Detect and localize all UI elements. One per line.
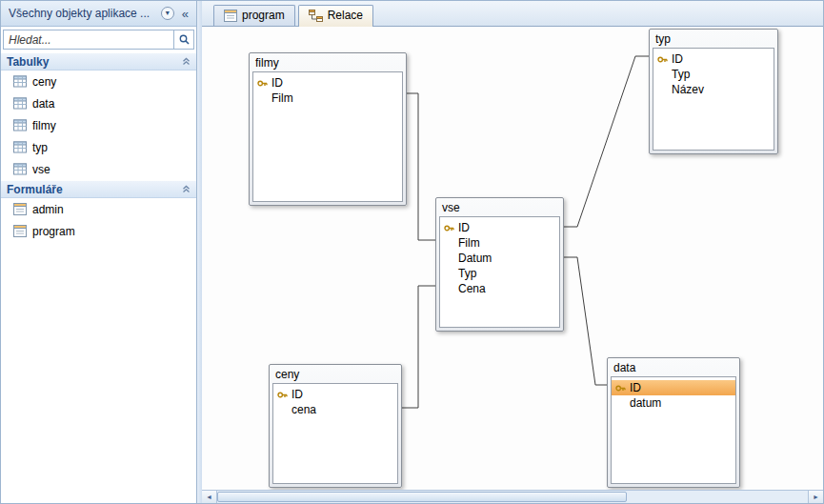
chevron-double-up-icon[interactable] <box>182 185 191 193</box>
form-icon <box>12 203 27 215</box>
nav-item-ceny[interactable]: ceny <box>1 71 196 92</box>
tab-relace[interactable]: Relace <box>298 5 373 27</box>
nav-item-label: data <box>32 97 54 111</box>
nav-item-admin[interactable]: admin <box>1 198 196 220</box>
table-icon <box>12 75 27 88</box>
key-icon <box>614 383 627 393</box>
tab-label: program <box>242 9 285 22</box>
field-row-ceny-id[interactable]: ID <box>273 387 397 402</box>
field-name: cena <box>291 403 316 416</box>
field-name: ID <box>630 381 641 394</box>
nav-item-label: program <box>32 225 75 238</box>
nav-item-label: ceny <box>32 75 56 89</box>
table-box-title[interactable]: ceny <box>270 365 401 383</box>
field-name: Datum <box>458 252 492 265</box>
table-box-title[interactable]: vse <box>436 198 563 216</box>
table-icon <box>12 141 27 153</box>
field-name: Typ <box>672 68 690 81</box>
nav-dropdown-icon[interactable]: ▾ <box>161 7 174 20</box>
table-box-fields: IDcena <box>272 383 398 484</box>
table-box-vse[interactable]: vseIDFilmDatumTypCena <box>435 197 564 332</box>
nav-search-bar <box>3 30 194 50</box>
nav-item-data[interactable]: data <box>1 92 196 114</box>
section-header-tabulky[interactable]: Tabulky <box>1 52 196 71</box>
scroll-right-icon[interactable]: ► <box>808 491 823 503</box>
document-area: programRelace filmyIDFilmtypIDTypNázevvs… <box>202 1 823 503</box>
tab-label: Relace <box>328 9 363 22</box>
nav-item-filmy[interactable]: filmy <box>1 114 196 136</box>
scroll-left-icon[interactable]: ◄ <box>202 491 217 503</box>
scrollbar-thumb[interactable] <box>217 492 627 502</box>
table-icon <box>12 119 27 131</box>
field-name: ID <box>291 388 303 401</box>
table-box-typ[interactable]: typIDTypNázev <box>649 29 778 154</box>
access-window: Všechny objekty aplikace ... ▾ « Tabulky… <box>0 0 824 504</box>
field-row-ceny-cena[interactable]: cena <box>273 402 397 417</box>
shutter-bar-close-icon[interactable]: « <box>178 7 192 21</box>
field-row-vse-datum[interactable]: Datum <box>440 251 559 266</box>
table-box-fields: IDFilmDatumTypCena <box>439 216 560 328</box>
field-row-filmy-film[interactable]: Film <box>253 91 402 106</box>
nav-item-vse[interactable]: vse <box>1 158 196 180</box>
table-icon <box>12 163 27 175</box>
field-row-vse-typ[interactable]: Typ <box>440 266 559 281</box>
field-name: datum <box>630 396 661 410</box>
field-name: ID <box>458 221 470 234</box>
field-row-data-datum[interactable]: datum <box>612 395 735 411</box>
field-row-typ-n-zev[interactable]: Název <box>653 82 774 97</box>
field-name: Název <box>672 83 704 96</box>
nav-item-label: admin <box>32 203 64 216</box>
nav-item-label: filmy <box>32 119 56 132</box>
key-icon <box>276 390 289 400</box>
relationship-line[interactable] <box>564 257 607 385</box>
field-name: Film <box>458 236 480 250</box>
relationship-line[interactable] <box>407 93 435 240</box>
relationship-icon <box>309 10 323 22</box>
field-row-vse-cena[interactable]: Cena <box>440 281 559 296</box>
nav-item-label: typ <box>32 141 48 154</box>
search-icon[interactable] <box>173 30 194 50</box>
field-name: ID <box>271 76 283 90</box>
nav-item-label: vse <box>32 163 50 176</box>
table-box-title[interactable]: typ <box>650 30 777 48</box>
key-icon <box>256 78 269 89</box>
table-box-fields: IDTypNázev <box>653 48 774 151</box>
nav-pane-header[interactable]: Všechny objekty aplikace ... ▾ « <box>1 1 196 27</box>
horizontal-scrollbar: ◄ ► <box>202 490 823 503</box>
key-icon <box>443 223 455 233</box>
field-name: Film <box>271 91 293 105</box>
navigation-pane: Všechny objekty aplikace ... ▾ « Tabulky… <box>1 1 197 503</box>
table-box-fields: IDFilm <box>252 71 403 202</box>
field-row-data-id[interactable]: ID <box>612 380 735 395</box>
table-box-filmy[interactable]: filmyIDFilm <box>249 52 407 206</box>
document-tab-bar: programRelace <box>202 1 823 27</box>
relationship-line[interactable] <box>402 286 435 408</box>
field-name: Typ <box>458 267 476 280</box>
tab-program[interactable]: program <box>213 5 295 26</box>
nav-item-program[interactable]: program <box>1 220 196 242</box>
field-row-typ-id[interactable]: ID <box>653 51 774 67</box>
relationships-canvas[interactable]: filmyIDFilmtypIDTypNázevvseIDFilmDatumTy… <box>202 27 823 490</box>
section-header-formul-e[interactable]: Formuláře <box>1 180 196 198</box>
relationship-line[interactable] <box>564 56 649 227</box>
field-row-vse-film[interactable]: Film <box>440 235 559 251</box>
chevron-double-up-icon[interactable] <box>182 57 191 66</box>
field-row-vse-id[interactable]: ID <box>440 220 559 235</box>
table-box-ceny[interactable]: cenyIDcena <box>269 364 402 488</box>
section-label: Formuláře <box>7 183 178 196</box>
section-label: Tabulky <box>7 55 178 69</box>
nav-sections: TabulkycenydatafilmytypvseFormulářeadmin… <box>1 52 196 242</box>
field-name: Cena <box>458 282 486 295</box>
form-icon <box>224 10 237 22</box>
nav-item-typ[interactable]: typ <box>1 136 196 158</box>
table-box-title[interactable]: data <box>608 358 739 376</box>
field-name: ID <box>672 52 683 66</box>
table-box-fields: IDdatum <box>611 376 736 484</box>
field-row-typ-typ[interactable]: Typ <box>653 67 774 82</box>
key-icon <box>656 54 669 65</box>
field-row-filmy-id[interactable]: ID <box>253 75 402 91</box>
table-box-data[interactable]: dataIDdatum <box>607 357 740 488</box>
search-input[interactable] <box>3 30 173 50</box>
nav-pane-title: Všechny objekty aplikace ... <box>9 7 157 20</box>
table-box-title[interactable]: filmy <box>250 53 406 71</box>
